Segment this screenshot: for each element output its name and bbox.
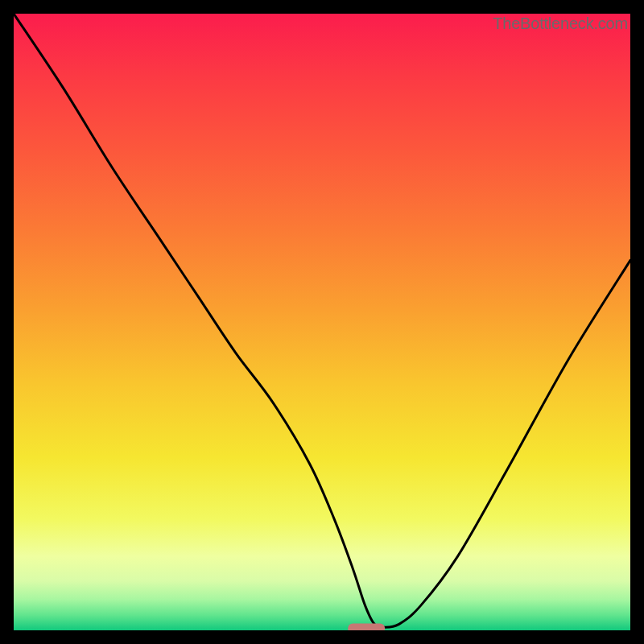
optimal-zone-marker — [348, 624, 385, 630]
bottleneck-chart: TheBottleneck.com — [0, 0, 644, 644]
curve-layer — [14, 14, 630, 630]
plot-area — [14, 14, 630, 630]
bottleneck-curve — [14, 14, 630, 627]
